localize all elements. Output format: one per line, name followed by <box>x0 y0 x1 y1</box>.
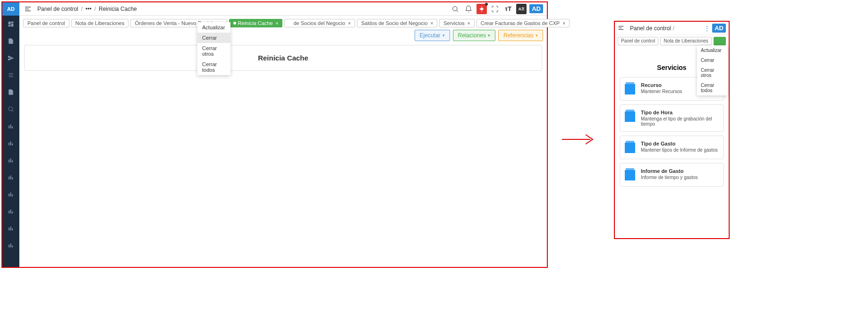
ejecutar-button[interactable]: Ejecutar▾ <box>415 30 450 41</box>
breadcrumb-current: Reinicia Cache <box>99 6 137 12</box>
svg-rect-7 <box>12 127 13 129</box>
mobile-menu-actualizar[interactable]: Actualizar <box>697 45 728 55</box>
chevron-down-icon: ▾ <box>443 33 445 38</box>
folder-icon <box>625 84 635 94</box>
svg-rect-17 <box>9 194 9 197</box>
svg-rect-21 <box>10 210 11 214</box>
main-app-window: AD Panel de control / ••• / Reinicia Cac… <box>1 1 548 268</box>
card-title: Tipo de Gasto <box>641 141 720 146</box>
send-icon[interactable] <box>2 50 19 67</box>
mobile-breadcrumb[interactable]: Panel de control <box>630 25 671 32</box>
mobile-tab-active[interactable] <box>714 37 726 45</box>
tab-nota-liberaciones[interactable]: Nota de Liberaciones <box>71 19 129 27</box>
svg-rect-26 <box>9 245 9 248</box>
search-icon[interactable] <box>450 4 460 14</box>
search-icon[interactable] <box>2 101 19 118</box>
tab-panel-control[interactable]: Panel de control <box>23 19 69 27</box>
mobile-app-window: Panel de control / ⋮ AD Panel de control… <box>614 21 730 239</box>
fullscreen-icon[interactable] <box>490 4 500 14</box>
translate-icon[interactable]: A文 <box>516 4 527 14</box>
menu-toggle-icon[interactable] <box>23 4 33 14</box>
svg-rect-20 <box>9 211 9 214</box>
tab-reinicia-cache[interactable]: Reinicia Cache× <box>229 19 283 27</box>
svg-line-4 <box>12 110 13 111</box>
card-tipo-gasto[interactable]: Tipo de Gasto Mantener tipos de Informe … <box>620 136 724 159</box>
page-title: Reinicia Cache <box>33 54 533 62</box>
close-icon[interactable]: × <box>430 21 433 26</box>
actions-row: Ejecutar▾ Relaciones▾ Referencias▾ <box>415 30 543 41</box>
tab-context-menu: Actualizar Cerrar Cerrar otros Cerrar to… <box>197 22 230 75</box>
menu-toggle-icon[interactable] <box>618 25 625 32</box>
svg-rect-23 <box>9 228 9 231</box>
breadcrumb-ellipsis-icon[interactable]: ••• <box>85 6 92 12</box>
mobile-logo[interactable]: AD <box>712 24 726 33</box>
close-icon[interactable]: × <box>562 21 565 26</box>
tab-servicios[interactable]: Servicios× <box>439 19 474 27</box>
menu-cerrar-todos[interactable]: Cerrar todos <box>197 59 230 75</box>
mobile-menu-cerrar-otros[interactable]: Cerrar otros <box>697 65 728 80</box>
close-icon[interactable]: × <box>348 21 351 26</box>
document-icon[interactable] <box>2 33 19 50</box>
list-icon[interactable] <box>2 67 19 84</box>
main-content: Reinicia Cache <box>24 45 542 71</box>
referencias-button[interactable]: Referencias▾ <box>498 30 543 41</box>
more-icon[interactable]: ⋮ <box>704 25 710 32</box>
mobile-header: Panel de control / ⋮ AD <box>615 22 729 35</box>
mobile-menu-cerrar-todos[interactable]: Cerrar todos <box>697 80 728 95</box>
card-informe-gasto[interactable]: Informe de Gasto Informe de tiempo y gas… <box>620 163 724 187</box>
bars-icon-7[interactable] <box>2 220 19 237</box>
chevron-down-icon: ▾ <box>536 33 538 38</box>
svg-rect-12 <box>10 159 11 163</box>
tabs-row: Panel de control Nota de Liberaciones Ór… <box>19 17 547 29</box>
sidebar: AD <box>2 2 19 267</box>
mobile-tab-panel-control[interactable]: Panel de control <box>618 37 658 45</box>
file-icon[interactable] <box>2 84 19 101</box>
close-icon[interactable]: × <box>468 21 470 26</box>
bars-icon-5[interactable] <box>2 186 19 203</box>
dashboard-icon[interactable] <box>2 16 19 33</box>
menu-cerrar[interactable]: Cerrar <box>197 33 230 43</box>
card-desc: Mantenga el tipo de grabación del tiempo <box>641 116 720 127</box>
breadcrumb-root[interactable]: Panel de control <box>37 6 78 12</box>
mobile-header-right: ⋮ AD <box>704 24 726 33</box>
bars-icon-3[interactable] <box>2 152 19 169</box>
breadcrumb-sep: / <box>81 6 83 12</box>
breadcrumb-sep: / <box>673 25 674 32</box>
bars-icon-6[interactable] <box>2 203 19 220</box>
menu-cerrar-otros[interactable]: Cerrar otros <box>197 43 230 59</box>
card-desc: Mantener tipos de Informe de gastos <box>641 147 720 153</box>
svg-rect-11 <box>9 160 9 163</box>
bug-icon[interactable] <box>477 4 487 14</box>
card-title: Tipo de Hora <box>641 110 720 115</box>
svg-point-34 <box>480 8 483 10</box>
svg-rect-22 <box>12 212 13 214</box>
tab-socios-negocio[interactable]: de Socios del Negocio× <box>284 19 355 27</box>
text-size-icon[interactable]: τT <box>503 4 513 14</box>
sidebar-logo[interactable]: AD <box>2 2 19 16</box>
svg-rect-6 <box>10 125 11 129</box>
menu-actualizar[interactable]: Actualizar <box>197 22 230 33</box>
card-tipo-hora[interactable]: Tipo de Hora Mantenga el tipo de grabaci… <box>620 104 724 132</box>
tab-crear-facturas[interactable]: Crear Facturas de Gastos de CXP× <box>477 19 570 27</box>
relaciones-button[interactable]: Relaciones▾ <box>453 30 495 41</box>
svg-line-33 <box>457 10 458 11</box>
card-desc: Informe de tiempo y gastos <box>641 175 720 180</box>
mobile-tab-nota[interactable]: Nota de Liberaciones <box>660 37 712 45</box>
bars-icon-4[interactable] <box>2 169 19 186</box>
header-logo[interactable]: AD <box>529 4 543 13</box>
bars-icon-2[interactable] <box>2 135 19 152</box>
breadcrumb-sep: / <box>94 6 96 12</box>
svg-rect-15 <box>10 176 11 180</box>
folder-icon <box>625 111 635 122</box>
bell-icon[interactable] <box>463 4 474 14</box>
svg-rect-28 <box>12 246 13 248</box>
tab-saldos-socio[interactable]: Saldos de Socio del Negocio× <box>357 19 438 27</box>
close-icon[interactable]: × <box>276 21 279 26</box>
bars-icon-8[interactable] <box>2 237 19 254</box>
mobile-menu-cerrar[interactable]: Cerrar <box>697 55 728 65</box>
svg-rect-5 <box>9 126 9 129</box>
bars-icon-1[interactable] <box>2 118 19 135</box>
svg-rect-13 <box>12 161 13 163</box>
header-right: τT A文 AD <box>450 4 543 14</box>
svg-rect-8 <box>9 143 9 146</box>
